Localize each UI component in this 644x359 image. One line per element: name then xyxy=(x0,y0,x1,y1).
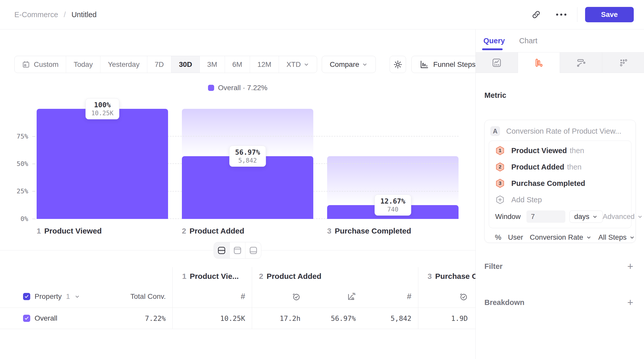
table-group-header-step-1[interactable]: 1Product Vie... xyxy=(172,267,252,286)
layout-split-view-button[interactable] xyxy=(214,242,230,258)
avg-time-icon xyxy=(292,292,300,301)
compare-button[interactable]: Compare xyxy=(322,56,376,73)
save-button[interactable]: Save xyxy=(585,7,634,22)
date-range-yesterday[interactable]: Yesterday xyxy=(100,56,147,73)
window-value-input[interactable] xyxy=(526,210,565,223)
date-range-3m[interactable]: 3M xyxy=(200,56,225,73)
chevron-down-icon xyxy=(629,235,635,240)
step3-avg-time-header[interactable] xyxy=(418,286,475,308)
gear-icon xyxy=(393,60,402,69)
split-view-icon xyxy=(217,246,226,255)
query-panel: Query Chart xyxy=(475,29,644,359)
row-total-conv: 7.22% xyxy=(108,308,172,329)
step-number: 2 xyxy=(182,227,186,235)
row-step2-conv: 56.97% xyxy=(307,308,362,329)
advanced-label: Advanced xyxy=(603,213,635,221)
steps-scope-dropdown[interactable]: All Steps xyxy=(598,233,635,241)
select-all-checkbox[interactable] xyxy=(23,293,30,300)
funnel-steps-icon xyxy=(419,60,429,69)
step2-avg-time-header[interactable] xyxy=(252,286,307,308)
layout-chart-only-button[interactable] xyxy=(230,242,245,258)
step-name: Product Added xyxy=(190,227,244,235)
date-range-label: Custom xyxy=(34,60,58,69)
report-type-insights[interactable] xyxy=(476,52,518,73)
funnel-bars-icon xyxy=(534,58,544,68)
advanced-dropdown[interactable]: Advanced xyxy=(603,213,643,221)
report-type-flows[interactable] xyxy=(560,52,602,73)
layout-toggle-group xyxy=(214,242,261,259)
tab-chart[interactable]: Chart xyxy=(519,37,537,45)
chevron-down-icon[interactable] xyxy=(74,294,80,300)
chevron-down-icon xyxy=(586,235,592,240)
breadcrumb-project[interactable]: E-Commerce xyxy=(14,10,58,19)
table-spacer xyxy=(0,267,108,286)
ellipsis-icon xyxy=(556,14,566,16)
date-range-12m[interactable]: 12M xyxy=(250,56,279,73)
chevron-down-icon xyxy=(592,214,598,220)
funnel-bar-product-added[interactable]: 56.97% 5,842 xyxy=(182,109,313,219)
chart-settings-button[interactable] xyxy=(390,56,406,73)
link-icon xyxy=(531,10,541,19)
date-range-today[interactable]: Today xyxy=(66,56,100,73)
date-range-custom[interactable]: Custom xyxy=(15,56,66,73)
report-type-retention[interactable] xyxy=(602,52,644,73)
window-unit-dropdown[interactable]: days xyxy=(569,210,603,223)
date-range-xtd[interactable]: XTD xyxy=(279,56,317,73)
funnel-steps-card: 1 Product Viewed then 2 Product Added th… xyxy=(489,141,631,228)
tab-query[interactable]: Query xyxy=(483,37,505,45)
chevron-down-icon xyxy=(362,61,368,68)
measure-type-dropdown[interactable]: Conversion Rate xyxy=(530,233,592,241)
conversion-rate-icon: % xyxy=(347,292,356,301)
add-step-button[interactable]: Add Step xyxy=(489,192,631,208)
row-step3-avg-time: 1.9D xyxy=(418,308,475,329)
funnel-step-row-2[interactable]: 2 Product Added then xyxy=(489,159,631,175)
metric-title-row[interactable]: A Conversion Rate of Product View... xyxy=(485,120,636,139)
property-label[interactable]: Property xyxy=(35,292,62,301)
step1-count-header[interactable]: # xyxy=(172,286,252,308)
bar-count-label: 10.25K xyxy=(91,110,113,117)
row-checkbox[interactable] xyxy=(23,315,30,322)
measure-entity-user[interactable]: User xyxy=(508,233,523,241)
filter-section: Filter + xyxy=(484,261,633,271)
step-event-name: Purchase Completed xyxy=(511,179,585,188)
group-step-label: Purchase C xyxy=(435,272,475,281)
add-breakdown-button[interactable]: + xyxy=(627,297,633,308)
chart-legend-item[interactable]: Overall · 7.22% xyxy=(0,84,475,92)
funnel-bar-product-viewed[interactable]: 100% 10.25K xyxy=(37,109,168,219)
step-2-hexagon-badge: 2 xyxy=(495,162,505,172)
copy-link-button[interactable] xyxy=(529,7,543,22)
breadcrumb-title[interactable]: Untitled xyxy=(71,10,97,19)
count-icon: # xyxy=(241,292,245,301)
step2-count-header[interactable]: # xyxy=(362,286,418,308)
y-axis-tick-75: 75% xyxy=(4,132,28,141)
date-range-30d-selected[interactable]: 30D xyxy=(171,56,199,73)
date-range-6m[interactable]: 6M xyxy=(225,56,250,73)
measure-type-label: Conversion Rate xyxy=(530,233,583,241)
funnel-bar-purchase-completed[interactable]: 12.67% 740 xyxy=(327,109,459,219)
more-options-button[interactable] xyxy=(554,7,568,22)
report-type-funnels-selected[interactable] xyxy=(518,52,560,73)
date-toolbar: Custom Today Yesterday 7D 30D 3M 6M 12M … xyxy=(14,56,492,73)
group-step-number: 2 xyxy=(259,272,263,281)
layout-table-only-button[interactable] xyxy=(245,242,261,258)
step-3-hexagon-badge: 3 xyxy=(495,178,505,188)
add-filter-button[interactable]: + xyxy=(627,261,633,271)
y-tick-mark xyxy=(32,164,36,164)
step-number: 3 xyxy=(327,227,331,235)
metric-footer: % User Conversion Rate All Steps xyxy=(485,228,636,245)
y-axis-tick-0: 0% xyxy=(4,215,28,223)
bar-value-badge: 12.67% 740 xyxy=(375,195,411,216)
table-group-header-step-2[interactable]: 2Product Added xyxy=(252,267,418,286)
svg-text:3: 3 xyxy=(499,181,502,186)
date-range-7d[interactable]: 7D xyxy=(147,56,171,73)
step-number: 1 xyxy=(37,227,41,235)
total-conv-header[interactable]: Total Conv. xyxy=(108,286,172,308)
step2-conv-rate-header[interactable]: % xyxy=(307,286,362,308)
flows-icon xyxy=(576,58,586,68)
table-group-header-step-3[interactable]: 3Purchase C xyxy=(418,267,475,286)
bar-solid-segment xyxy=(37,109,168,219)
funnel-step-row-1[interactable]: 1 Product Viewed then xyxy=(489,142,631,159)
step-name: Purchase Completed xyxy=(335,227,411,235)
bottom-panel-icon xyxy=(249,246,258,255)
funnel-step-row-3[interactable]: 3 Purchase Completed xyxy=(489,175,631,192)
